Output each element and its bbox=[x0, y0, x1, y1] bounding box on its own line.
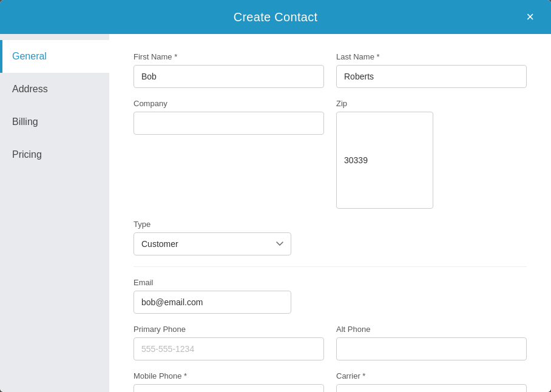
last-name-group: Last Name * bbox=[336, 52, 527, 88]
alt-phone-group: Alt Phone bbox=[336, 325, 527, 360]
zip-input[interactable] bbox=[336, 112, 433, 209]
sidebar-item-pricing[interactable]: Pricing bbox=[0, 138, 109, 171]
mobile-phone-group: Mobile Phone * bbox=[134, 371, 324, 392]
sidebar-item-general[interactable]: General bbox=[0, 40, 109, 73]
email-input[interactable] bbox=[134, 291, 291, 314]
type-group: Type Customer Vendor Prospect Other bbox=[134, 220, 291, 255]
company-label: Company bbox=[134, 99, 324, 108]
carrier-label: Carrier * bbox=[336, 371, 527, 380]
carrier-select[interactable]: Select AT&T Verizon T-Mobile Sprint bbox=[336, 384, 527, 392]
dialog-header: Create Contact × bbox=[0, 0, 551, 34]
last-name-input[interactable] bbox=[336, 65, 527, 88]
sidebar-item-address[interactable]: Address bbox=[0, 73, 109, 106]
primary-phone-group: Primary Phone bbox=[134, 325, 324, 360]
name-row: First Name * Last Name * bbox=[134, 52, 527, 88]
email-group: Email bbox=[134, 278, 291, 314]
company-group: Company bbox=[134, 99, 324, 209]
email-label: Email bbox=[134, 278, 291, 287]
zip-label: Zip bbox=[336, 99, 527, 108]
main-content: First Name * Last Name * Company bbox=[109, 34, 551, 392]
form-area: First Name * Last Name * Company bbox=[134, 52, 527, 392]
sidebar-item-billing[interactable]: Billing bbox=[0, 106, 109, 138]
primary-phone-input[interactable] bbox=[134, 337, 324, 360]
email-row: Email bbox=[134, 278, 527, 314]
close-button[interactable]: × bbox=[521, 8, 539, 26]
mobile-phone-label: Mobile Phone * bbox=[134, 371, 324, 380]
alt-phone-label: Alt Phone bbox=[336, 325, 527, 334]
alt-phone-input[interactable] bbox=[336, 337, 527, 360]
company-input[interactable] bbox=[134, 112, 324, 135]
type-row: Type Customer Vendor Prospect Other bbox=[134, 220, 527, 255]
phone-row: Primary Phone Alt Phone bbox=[134, 325, 527, 360]
mobile-carrier-row: Mobile Phone * Carrier * Select AT&T Ver… bbox=[134, 371, 527, 392]
type-select[interactable]: Customer Vendor Prospect Other bbox=[134, 232, 291, 255]
first-name-input[interactable] bbox=[134, 65, 324, 88]
sidebar: General Address Billing Pricing bbox=[0, 34, 109, 392]
type-label: Type bbox=[134, 220, 291, 229]
zip-group: Zip bbox=[336, 99, 527, 209]
dialog-body: General Address Billing Pricing First Na… bbox=[0, 34, 551, 392]
mobile-phone-input[interactable] bbox=[134, 384, 324, 392]
primary-phone-label: Primary Phone bbox=[134, 325, 324, 334]
first-name-label: First Name * bbox=[134, 52, 324, 61]
divider bbox=[134, 266, 527, 267]
last-name-label: Last Name * bbox=[336, 52, 527, 61]
first-name-group: First Name * bbox=[134, 52, 324, 88]
dialog-title: Create Contact bbox=[234, 10, 318, 24]
create-contact-dialog: Create Contact × General Address Billing… bbox=[0, 0, 551, 392]
carrier-group: Carrier * Select AT&T Verizon T-Mobile S… bbox=[336, 371, 527, 392]
company-zip-row: Company Zip bbox=[134, 99, 527, 209]
